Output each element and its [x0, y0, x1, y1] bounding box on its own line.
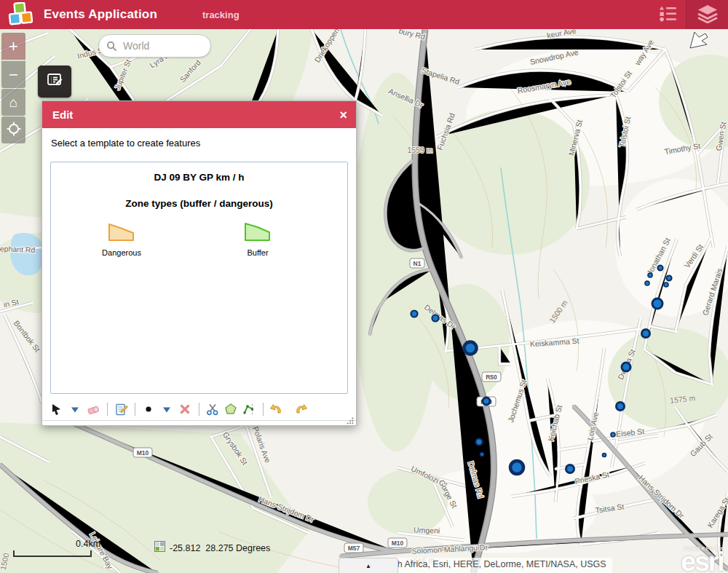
edit-widget-launcher[interactable] — [38, 66, 71, 98]
edit-toolbar — [42, 398, 356, 421]
reshape-tool-button[interactable] — [240, 400, 258, 418]
tracking-point[interactable] — [658, 266, 663, 271]
dangerous-polygon-icon — [107, 221, 136, 242]
elevation-label: 1559 m — [407, 146, 432, 154]
tracking-point[interactable] — [648, 273, 652, 277]
legend-button[interactable] — [649, 0, 686, 29]
search-box[interactable] — [98, 34, 211, 58]
attribution-expand-button[interactable]: ▲ — [339, 558, 398, 573]
select-tool-button[interactable] — [48, 400, 66, 418]
tracking-point[interactable] — [622, 363, 630, 371]
select-arrow-icon — [50, 403, 63, 416]
undo-icon — [269, 403, 284, 416]
resize-grip[interactable] — [347, 414, 354, 427]
template-picker: DJ 09 BY GP km / h Zone types (buffer / … — [50, 162, 348, 394]
dropdown-caret-icon — [70, 404, 80, 414]
edit-attributes-icon — [114, 403, 128, 416]
reshape-icon — [242, 403, 256, 416]
edit-dialog: Edit × Select a template to create featu… — [41, 100, 357, 426]
app-header: Events Application tracking — [0, 0, 728, 29]
redo-icon — [293, 403, 308, 416]
tracking-point[interactable] — [664, 282, 668, 287]
route-shield-label: R50 — [486, 374, 497, 381]
home-icon: ⌂ — [9, 95, 17, 109]
scale-label: 0.4km — [76, 539, 100, 549]
coordinate-widget: -25.812 28.275 Degrees — [154, 541, 270, 555]
route-shield-label: M10 — [392, 540, 404, 547]
buffer-polygon-icon — [243, 221, 272, 242]
tracking-point[interactable] — [645, 281, 649, 285]
tracking-point[interactable] — [667, 276, 672, 281]
tracking-point[interactable] — [476, 439, 483, 446]
street-label: bury Rd — [398, 29, 427, 41]
street-label: Tsitsa St — [595, 502, 625, 514]
page-subtitle: tracking — [202, 9, 240, 20]
layers-button[interactable] — [686, 0, 728, 29]
tracking-point[interactable] — [432, 315, 439, 322]
cut-tool-button[interactable] — [204, 400, 221, 418]
layers-icon — [696, 4, 719, 26]
search-input[interactable] — [122, 39, 205, 52]
esri-wordmark: esri — [681, 551, 724, 573]
scissors-icon — [206, 403, 219, 416]
template-item-label: Dangerous — [102, 248, 141, 257]
delete-x-icon — [179, 403, 191, 415]
erase-tool-button[interactable] — [84, 400, 102, 418]
tracking-point[interactable] — [411, 311, 418, 317]
toolbar-separator — [199, 403, 199, 416]
route-shield-label: N1 — [414, 260, 422, 267]
draw-point-button[interactable] — [140, 400, 157, 418]
edit-dialog-title: Edit — [52, 108, 73, 121]
dropdown-caret-icon — [162, 404, 172, 414]
tracking-point[interactable] — [566, 465, 574, 473]
template-layer-title: DJ 09 BY GP km / h — [51, 172, 347, 183]
redo-button[interactable] — [292, 400, 309, 418]
caret-up-icon: ▲ — [365, 563, 371, 569]
esri-logo: POWERED BY esri — [681, 546, 724, 573]
union-polygon-icon — [224, 403, 237, 416]
select-options-button[interactable] — [66, 400, 84, 418]
street-label: Umgeni — [414, 525, 440, 534]
tracking-point[interactable] — [617, 403, 625, 411]
delete-selected-button[interactable] — [176, 400, 194, 418]
street-label: Bontbok St — [12, 319, 42, 354]
close-icon[interactable]: × — [339, 108, 347, 122]
template-group-title: Zone types (buffer / dangerous) — [51, 198, 347, 209]
route-shield-label: M57 — [348, 545, 360, 552]
legend-icon — [658, 5, 678, 25]
eraser-icon — [87, 403, 100, 416]
scale-bar — [13, 550, 92, 557]
toolbar-separator — [107, 403, 108, 416]
zoom-in-button[interactable]: + — [1, 33, 25, 60]
dialog-footer — [42, 421, 356, 428]
edit-attributes-button[interactable] — [112, 400, 130, 418]
tracking-point[interactable] — [483, 398, 490, 405]
map-canvas[interactable]: N1R50R50M10M57M10 bury RdDriekoppenIndus… — [0, 29, 728, 573]
street-label: Hans-Strijdom Dr — [637, 473, 686, 520]
zoom-out-button[interactable]: − — [1, 60, 25, 88]
union-tool-button[interactable] — [222, 400, 240, 418]
locate-button[interactable] — [1, 116, 25, 143]
search-icon — [106, 41, 117, 52]
undo-button[interactable] — [268, 400, 285, 418]
page-title: Events Application — [44, 7, 157, 22]
mouse-cursor-icon — [690, 32, 708, 48]
tracking-point[interactable] — [464, 342, 477, 355]
template-item-buffer[interactable]: Buffer — [229, 221, 287, 257]
coordinate-icon — [154, 541, 165, 555]
point-icon — [144, 405, 153, 414]
street-label: ephant Rd — [0, 244, 36, 254]
home-button[interactable]: ⌂ — [1, 89, 25, 116]
tracking-point[interactable] — [652, 299, 662, 309]
elevation-label: 1500 m — [547, 299, 569, 325]
tracking-point[interactable] — [642, 330, 650, 338]
tracking-point[interactable] — [611, 432, 615, 437]
coordinates-readout: -25.812 28.275 Degrees — [170, 543, 270, 553]
edit-instruction: Select a template to create features — [51, 138, 347, 149]
template-item-dangerous[interactable]: Dangerous — [92, 221, 151, 257]
tracking-point[interactable] — [480, 453, 484, 457]
tracking-point[interactable] — [603, 454, 606, 457]
tracking-point[interactable] — [510, 461, 523, 474]
edit-dialog-header[interactable]: Edit × — [42, 101, 356, 128]
draw-options-button[interactable] — [158, 400, 175, 418]
